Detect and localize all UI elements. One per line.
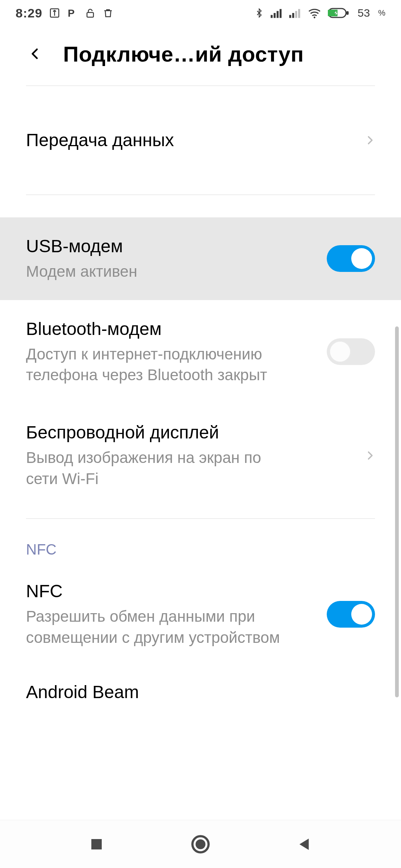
parking-icon: P: [67, 7, 78, 19]
status-right: 53 %: [254, 7, 385, 19]
nav-home-button[interactable]: [186, 829, 215, 859]
row-bt-tether[interactable]: Bluetooth-модем Доступ к интернет-подклю…: [0, 300, 401, 404]
section-nfc: NFC: [0, 519, 401, 569]
svg-rect-5: [277, 11, 278, 18]
row-nfc[interactable]: NFC Разрешить обмен данными при совмещен…: [0, 569, 401, 666]
row-subtitle: Вывод изображения на экран по сети Wi-Fi: [26, 447, 293, 489]
spacer: [0, 172, 401, 194]
svg-point-11: [314, 17, 316, 19]
svg-rect-14: [91, 839, 102, 849]
chevron-left-icon: [29, 44, 42, 63]
row-data-usage[interactable]: Передача данных: [0, 108, 401, 172]
wifi-icon: [308, 7, 321, 19]
row-title: Bluetooth-модем: [26, 318, 316, 340]
row-wireless-display[interactable]: Беспроводной дисплей Вывод изображения н…: [0, 404, 401, 507]
app-bar: Подключе…ий доступ: [0, 26, 401, 85]
toggle-bt-tether[interactable]: [327, 338, 375, 365]
chevron-right-icon: [365, 448, 375, 463]
scrollbar[interactable]: [395, 326, 399, 697]
usb-icon: [49, 7, 60, 19]
bluetooth-icon: [254, 7, 264, 19]
battery-level: 53: [358, 7, 370, 19]
toggle-usb-tether[interactable]: [327, 245, 375, 272]
nav-back-button[interactable]: [290, 829, 319, 859]
svg-rect-9: [295, 11, 297, 18]
nav-bar: [0, 820, 401, 868]
nav-recent-button[interactable]: [82, 829, 111, 859]
row-title: Android Beam: [26, 681, 364, 703]
svg-rect-2: [87, 13, 94, 17]
svg-rect-7: [289, 15, 291, 18]
status-bar: 8:29 P: [0, 0, 401, 26]
row-subtitle: Разрешить обмен данными при совмещении с…: [26, 606, 293, 648]
row-subtitle: Модем активен: [26, 261, 293, 282]
chevron-right-icon: [365, 133, 375, 148]
row-android-beam[interactable]: Android Beam: [0, 666, 401, 703]
svg-point-16: [196, 839, 206, 849]
row-title: Передача данных: [26, 129, 353, 151]
row-title: NFC: [26, 580, 316, 602]
svg-rect-3: [271, 15, 273, 18]
svg-rect-4: [274, 13, 276, 18]
triangle-left-icon: [296, 836, 313, 853]
row-subtitle: Доступ к интернет-подключению телефона ч…: [26, 344, 293, 386]
status-left: 8:29 P: [16, 6, 114, 20]
signal-1-icon: [271, 8, 283, 18]
back-button[interactable]: [22, 41, 48, 67]
svg-rect-8: [292, 13, 294, 18]
circle-icon: [190, 834, 211, 855]
spacer: [0, 507, 401, 518]
row-title: Беспроводной дисплей: [26, 421, 353, 444]
battery-icon: [328, 7, 349, 19]
settings-list: Передача данных USB-модем Модем активен …: [0, 86, 401, 703]
svg-text:P: P: [68, 7, 75, 19]
trash-icon: [102, 7, 114, 19]
signal-2-icon: [289, 8, 301, 18]
page-title: Подключе…ий доступ: [63, 42, 304, 66]
row-title: USB-модем: [26, 235, 316, 257]
battery-unit: %: [378, 8, 385, 18]
square-icon: [89, 836, 104, 852]
spacer: [0, 86, 401, 108]
row-usb-tether[interactable]: USB-модем Модем активен: [0, 217, 401, 300]
svg-rect-13: [346, 11, 349, 15]
unlock-icon: [85, 7, 96, 19]
spacer: [0, 195, 401, 217]
toggle-nfc[interactable]: [327, 601, 375, 628]
svg-rect-10: [298, 9, 300, 18]
status-clock: 8:29: [16, 6, 42, 20]
svg-rect-6: [280, 9, 281, 18]
